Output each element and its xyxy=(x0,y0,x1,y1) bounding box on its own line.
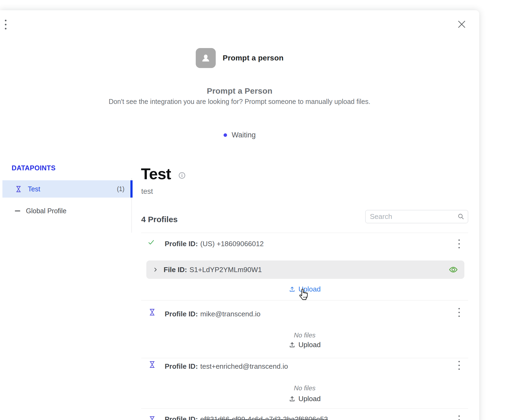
kebab-dot xyxy=(458,365,460,366)
profile-id-label: Profile ID: xyxy=(165,310,198,318)
datapoints-heading: DATAPOINTS xyxy=(12,164,56,172)
profile-menu-button[interactable] xyxy=(456,306,462,319)
kebab-dot xyxy=(5,28,6,29)
modal-options-menu-button[interactable] xyxy=(5,18,6,31)
prompt-person-modal: Prompt a person Prompt a Person Don't se… xyxy=(0,10,479,420)
kebab-dot xyxy=(458,419,460,420)
upload-icon xyxy=(289,395,296,402)
profile-id-row: Profile ID:(US) +18609066012 xyxy=(165,240,264,248)
sidebar-item-global-profile[interactable]: Global Profile xyxy=(2,205,129,216)
hourglass-icon xyxy=(148,308,156,316)
upload-button[interactable]: Upload xyxy=(289,395,320,403)
profile-id-label: Profile ID: xyxy=(165,415,198,420)
modal-title: Prompt a Person xyxy=(0,86,479,96)
no-files-zone: No files xyxy=(141,384,468,392)
profile-menu-button[interactable] xyxy=(456,238,462,250)
kebab-dot xyxy=(458,243,460,245)
profile-id-value: test+enriched@transcend.io xyxy=(200,362,288,370)
page: { "header": { "integration_label": "Prom… xyxy=(0,0,520,420)
row-divider xyxy=(141,358,468,358)
eye-icon xyxy=(448,265,458,274)
upload-icon xyxy=(289,286,296,293)
hourglass-icon xyxy=(148,416,156,420)
kebab-dot xyxy=(458,247,460,248)
profile-id-label: Profile ID: xyxy=(165,240,198,248)
kebab-dot xyxy=(458,368,460,370)
upload-button[interactable]: Upload xyxy=(289,341,320,349)
row-divider xyxy=(141,300,468,300)
kebab-dot xyxy=(458,415,460,417)
profile-id-row: Profile ID:mike@transcend.io xyxy=(165,310,261,318)
integration-name: Prompt a person xyxy=(223,54,283,62)
dash-icon xyxy=(15,211,20,211)
file-id-row[interactable]: File ID:S1+LdYP2YMLm90W1 xyxy=(146,260,464,279)
profile-menu-button[interactable] xyxy=(456,414,462,420)
profiles-count-heading: 4 Profiles xyxy=(141,215,178,224)
kebab-dot xyxy=(458,308,460,309)
integration-badge: Prompt a person xyxy=(0,48,479,68)
hourglass-icon xyxy=(148,361,156,368)
profile-id-label: Profile ID: xyxy=(165,362,198,370)
upload-icon xyxy=(289,341,296,348)
sidebar-item-label: Test xyxy=(28,185,40,193)
search-box xyxy=(365,210,468,223)
upload-label: Upload xyxy=(298,395,320,403)
sidebar-item-count: (1) xyxy=(117,185,124,193)
modal-description: Don't see the integration you are lookin… xyxy=(106,97,373,106)
upload-zone: Upload xyxy=(141,341,468,349)
upload-label: Upload xyxy=(298,341,320,349)
profile-id-value: mike@transcend.io xyxy=(200,310,261,318)
profile-id-value: ef831d66-cf99-4c6d-a7d3-3ba2f6806e53 xyxy=(200,415,328,420)
profile-id-row: Profile ID:ef831d66-cf99-4c6d-a7d3-3ba2f… xyxy=(165,415,328,420)
file-id-text: File ID:S1+LdYP2YMLm90W1 xyxy=(164,266,262,274)
hourglass-icon xyxy=(15,185,22,193)
kebab-dot xyxy=(5,20,6,21)
search-input[interactable] xyxy=(365,210,468,223)
profile-id-row: Profile ID:test+enriched@transcend.io xyxy=(165,362,288,370)
row-divider xyxy=(141,408,468,409)
page-subtitle: test xyxy=(141,187,153,196)
avatar xyxy=(196,48,216,68)
page-title: Test xyxy=(141,166,171,182)
preview-file-button[interactable] xyxy=(448,265,458,274)
status-label: Waiting xyxy=(232,131,256,139)
no-files-label: No files xyxy=(294,384,315,392)
hand-pointer-cursor xyxy=(299,286,311,301)
kebab-dot xyxy=(458,239,460,241)
info-icon[interactable] xyxy=(178,172,186,179)
row-divider xyxy=(141,233,468,233)
file-id-label: File ID: xyxy=(164,266,187,274)
kebab-dot xyxy=(5,24,6,25)
profile-menu-button[interactable] xyxy=(456,359,462,371)
status-row: Waiting xyxy=(0,131,479,139)
close-button[interactable] xyxy=(455,17,469,31)
kebab-dot xyxy=(458,361,460,362)
kebab-dot xyxy=(458,312,460,313)
selected-indicator-bar xyxy=(130,180,133,198)
no-files-label: No files xyxy=(294,331,315,339)
close-icon xyxy=(456,19,467,30)
upload-zone: Upload xyxy=(141,395,468,403)
status-dot-icon xyxy=(224,133,227,137)
sidebar-item-test[interactable]: Test (1) xyxy=(2,180,133,198)
no-files-zone: No files xyxy=(141,331,468,339)
search-icon[interactable] xyxy=(457,213,465,220)
check-icon xyxy=(147,239,155,246)
sidebar-item-label: Global Profile xyxy=(26,207,66,215)
person-icon xyxy=(200,52,212,64)
profile-id-value: (US) +18609066012 xyxy=(200,240,264,248)
chevron-right-icon[interactable] xyxy=(152,266,159,273)
file-id-value: S1+LdYP2YMLm90W1 xyxy=(190,266,262,274)
kebab-dot xyxy=(458,316,460,317)
